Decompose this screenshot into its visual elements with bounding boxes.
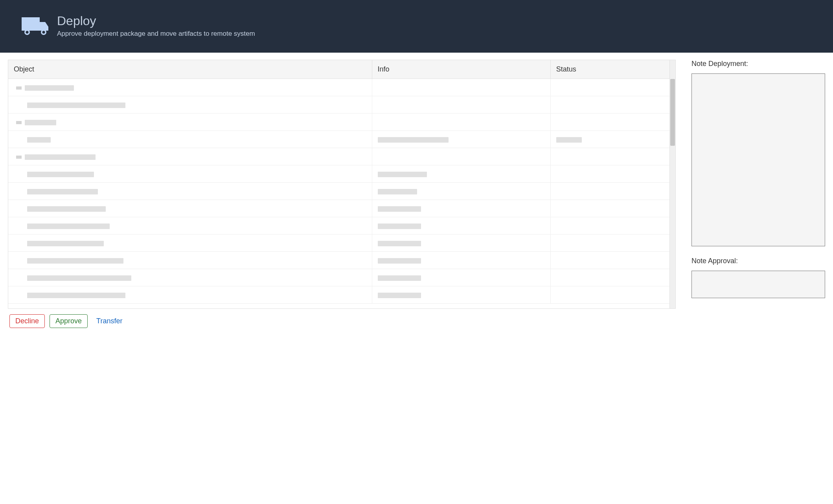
info-placeholder: [378, 224, 421, 229]
cell-status: [550, 286, 669, 304]
table-row[interactable]: [8, 235, 669, 252]
object-placeholder: [25, 154, 96, 160]
table-row[interactable]: [8, 79, 669, 96]
cell-object: [8, 183, 372, 200]
cell-info: [372, 183, 550, 200]
cell-object: [8, 269, 372, 286]
cell-object: [8, 286, 372, 304]
cell-object: [8, 252, 372, 269]
object-placeholder: [27, 103, 125, 108]
object-placeholder: [25, 85, 74, 91]
note-approval-textarea[interactable]: [691, 271, 825, 298]
cell-info: [372, 235, 550, 252]
cell-object: [8, 114, 372, 131]
object-placeholder: [27, 293, 125, 298]
cell-object: [8, 165, 372, 183]
cell-status: [550, 269, 669, 286]
cell-info: [372, 286, 550, 304]
table-row[interactable]: [8, 217, 669, 235]
info-placeholder: [378, 275, 421, 281]
transfer-button[interactable]: Transfer: [92, 315, 126, 328]
cell-info: [372, 217, 550, 235]
cell-info: [372, 165, 550, 183]
expand-icon[interactable]: [16, 86, 22, 90]
page-title: Deploy: [57, 14, 255, 28]
column-header-status[interactable]: Status: [550, 60, 669, 79]
table-row[interactable]: [8, 183, 669, 200]
objects-table: Object Info Status: [8, 60, 669, 304]
approve-button[interactable]: Approve: [50, 314, 88, 328]
table-scrollbar[interactable]: [670, 60, 676, 309]
cell-info: [372, 131, 550, 148]
cell-status: [550, 200, 669, 217]
cell-object: [8, 96, 372, 114]
cell-object: [8, 131, 372, 148]
info-placeholder: [378, 189, 417, 194]
expand-icon[interactable]: [16, 156, 22, 159]
object-placeholder: [27, 275, 131, 281]
column-header-object[interactable]: Object: [8, 60, 372, 79]
table-row[interactable]: [8, 165, 669, 183]
column-header-info[interactable]: Info: [372, 60, 550, 79]
cell-status: [550, 165, 669, 183]
info-placeholder: [378, 172, 427, 177]
cell-status: [550, 96, 669, 114]
note-approval-label: Note Approval:: [691, 257, 825, 265]
cell-info: [372, 114, 550, 131]
note-deployment-label: Note Deployment:: [691, 60, 825, 68]
info-placeholder: [378, 293, 421, 298]
table-row[interactable]: [8, 200, 669, 217]
svg-point-2: [26, 31, 29, 33]
cell-status: [550, 131, 669, 148]
expand-icon[interactable]: [16, 121, 22, 124]
object-placeholder: [27, 258, 123, 264]
cell-info: [372, 79, 550, 96]
cell-status: [550, 148, 669, 165]
cell-info: [372, 269, 550, 286]
table-row[interactable]: [8, 252, 669, 269]
cell-object: [8, 200, 372, 217]
info-placeholder: [378, 241, 421, 246]
object-placeholder: [25, 120, 56, 125]
table-row[interactable]: [8, 96, 669, 114]
table-scrollbar-thumb[interactable]: [670, 79, 675, 146]
cell-status: [550, 235, 669, 252]
truck-icon: [22, 16, 49, 36]
table-row[interactable]: [8, 286, 669, 304]
notes-panel: Note Deployment: Note Approval:: [691, 60, 825, 309]
object-placeholder: [27, 137, 51, 143]
info-placeholder: [378, 137, 449, 143]
objects-table-wrapper: Object Info Status: [8, 60, 676, 309]
object-placeholder: [27, 224, 110, 229]
cell-status: [550, 217, 669, 235]
table-row[interactable]: [8, 269, 669, 286]
status-placeholder: [556, 137, 582, 143]
page-header: Deploy Approve deployment package and mo…: [0, 0, 833, 53]
info-placeholder: [378, 206, 421, 212]
cell-info: [372, 148, 550, 165]
object-placeholder: [27, 241, 104, 246]
cell-object: [8, 79, 372, 96]
note-deployment-textarea[interactable]: [691, 73, 825, 246]
cell-info: [372, 252, 550, 269]
cell-object: [8, 235, 372, 252]
cell-status: [550, 114, 669, 131]
cell-info: [372, 200, 550, 217]
decline-button[interactable]: Decline: [9, 314, 45, 328]
svg-point-4: [42, 31, 45, 33]
cell-object: [8, 148, 372, 165]
cell-object: [8, 217, 372, 235]
cell-status: [550, 183, 669, 200]
cell-status: [550, 79, 669, 96]
cell-info: [372, 96, 550, 114]
object-placeholder: [27, 206, 106, 212]
object-placeholder: [27, 172, 94, 177]
page-subtitle: Approve deployment package and move arti…: [57, 30, 255, 38]
object-placeholder: [27, 189, 98, 194]
cell-status: [550, 252, 669, 269]
table-row[interactable]: [8, 148, 669, 165]
action-footer: Decline Approve Transfer: [0, 309, 833, 334]
svg-rect-0: [22, 17, 40, 31]
table-row[interactable]: [8, 131, 669, 148]
table-row[interactable]: [8, 114, 669, 131]
